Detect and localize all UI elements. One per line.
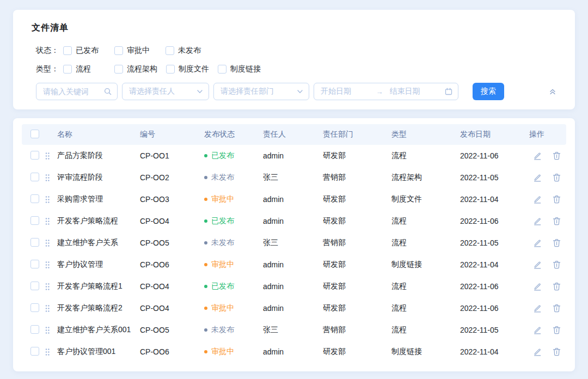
row-checkbox[interactable] [30, 151, 39, 160]
status-dot-icon [204, 285, 207, 288]
status-cell: 未发布 [204, 325, 263, 335]
checkbox[interactable] [114, 46, 123, 55]
edit-button[interactable] [533, 239, 542, 247]
doc-code: CP-OO5 [140, 239, 204, 247]
row-checkbox[interactable] [30, 325, 39, 334]
row-actions [529, 347, 566, 356]
column-header-code: 编号 [140, 130, 204, 139]
row-actions [529, 173, 566, 182]
checkbox[interactable] [114, 65, 123, 74]
calendar-icon [445, 88, 452, 95]
edit-button[interactable] [533, 195, 542, 204]
status-option-approving[interactable]: 审批中 [114, 46, 157, 56]
owner-select-placeholder: 请选择责任人 [129, 87, 197, 96]
row-checkbox[interactable] [30, 194, 39, 203]
doc-dept: 研发部 [323, 303, 391, 313]
trash-icon[interactable] [553, 195, 561, 204]
status-cell: 未发布 [204, 173, 263, 182]
trash-icon[interactable] [553, 282, 561, 291]
doc-type: 流程 [391, 282, 460, 291]
doc-dept: 研发部 [323, 347, 391, 357]
type-option-process[interactable]: 流程 [63, 64, 106, 74]
table-header: 名称 编号 发布状态 责任人 责任部门 类型 发布日期 操作 [22, 124, 566, 145]
checkbox[interactable] [166, 46, 174, 55]
drag-handle-icon[interactable] [45, 152, 57, 160]
status-badge: 审批中 [211, 347, 234, 357]
status-filter-row: 状态： 已发布 审批中 未发布 [36, 46, 561, 56]
doc-publish-date: 2022-11-04 [460, 347, 529, 356]
drag-handle-icon[interactable] [45, 304, 57, 313]
keyword-input[interactable] [43, 87, 104, 96]
row-checkbox[interactable] [30, 260, 39, 268]
drag-handle-icon[interactable] [45, 283, 57, 291]
checkbox[interactable] [218, 65, 226, 74]
type-option-policy-file[interactable]: 制度文件 [166, 64, 209, 74]
search-row: 请选择责任人 请选择责任部门 开始日期 → 结束日期 [36, 83, 561, 100]
trash-icon[interactable] [553, 217, 561, 225]
edit-button[interactable] [533, 347, 542, 356]
doc-owner: admin [263, 195, 323, 204]
edit-button[interactable] [533, 173, 542, 182]
checkbox-label: 审批中 [127, 46, 150, 56]
table-row: 采购需求管理 CP-OO3 审批中 admin 研发部 制度文件 2022-11… [22, 188, 566, 210]
table-row: 产品方案阶段 CP-OO1 已发布 admin 研发部 流程 2022-11-0… [22, 145, 566, 167]
trash-icon[interactable] [553, 326, 561, 334]
edit-button[interactable] [533, 260, 542, 269]
doc-publish-date: 2022-11-05 [460, 239, 529, 247]
type-option-policy-link[interactable]: 制度链接 [218, 64, 261, 74]
status-cell: 已发布 [204, 151, 263, 161]
edit-button[interactable] [533, 326, 542, 334]
drag-handle-icon[interactable] [45, 174, 57, 182]
trash-icon[interactable] [553, 347, 561, 356]
row-checkbox[interactable] [30, 347, 39, 356]
checkbox[interactable] [166, 65, 175, 74]
keyword-field[interactable] [36, 83, 118, 100]
edit-button[interactable] [533, 217, 542, 225]
trash-icon[interactable] [553, 239, 561, 247]
status-option-unpublished[interactable]: 未发布 [166, 46, 208, 56]
checkbox-label: 已发布 [76, 46, 99, 56]
select-all-checkbox[interactable] [30, 130, 39, 138]
status-dot-icon [204, 328, 207, 332]
table-row: 客户协议管理001 CP-OO6 审批中 admin 研发部 制度链接 2022… [22, 341, 566, 363]
row-checkbox[interactable] [30, 216, 39, 225]
trash-icon[interactable] [553, 304, 561, 313]
status-option-published[interactable]: 已发布 [63, 46, 106, 56]
search-button[interactable]: 搜索 [473, 83, 504, 100]
row-checkbox[interactable] [30, 303, 39, 312]
owner-select[interactable]: 请选择责任人 [122, 83, 209, 100]
doc-name: 开发客户策略流程2 [57, 303, 140, 313]
row-actions [529, 151, 566, 160]
trash-icon[interactable] [553, 260, 561, 269]
drag-handle-icon[interactable] [45, 239, 57, 247]
dept-select[interactable]: 请选择责任部门 [213, 83, 309, 100]
drag-handle-icon[interactable] [45, 326, 57, 334]
edit-button[interactable] [533, 304, 542, 313]
doc-dept: 研发部 [323, 282, 391, 291]
drag-handle-icon[interactable] [45, 217, 57, 225]
doc-owner: 张三 [263, 325, 323, 335]
row-checkbox[interactable] [30, 173, 39, 181]
status-dot-icon [204, 198, 207, 201]
doc-publish-date: 2022-11-06 [460, 304, 529, 313]
row-checkbox[interactable] [30, 282, 39, 290]
checkbox[interactable] [63, 46, 72, 55]
doc-dept: 营销部 [323, 238, 391, 248]
date-range-field[interactable]: 开始日期 → 结束日期 [314, 83, 458, 100]
checkbox[interactable] [63, 65, 72, 74]
doc-code: CP-OO2 [140, 173, 204, 182]
drag-handle-icon[interactable] [45, 195, 57, 204]
drag-handle-icon[interactable] [45, 261, 57, 269]
type-option-architecture[interactable]: 流程架构 [114, 64, 157, 74]
drag-handle-icon[interactable] [45, 348, 57, 356]
row-checkbox[interactable] [30, 238, 39, 247]
trash-icon[interactable] [553, 173, 561, 182]
edit-button[interactable] [533, 151, 542, 160]
table-row: 客户协议管理 CP-OO6 审批中 admin 研发部 制度链接 2022-11… [22, 254, 566, 276]
table-row: 评审流程阶段 CP-OO2 未发布 张三 营销部 流程架构 2022-11-05 [22, 167, 566, 188]
collapse-icon[interactable] [549, 88, 556, 95]
trash-icon[interactable] [553, 151, 561, 160]
status-cell: 未发布 [204, 238, 263, 248]
edit-button[interactable] [533, 282, 542, 291]
doc-code: CP-OO4 [140, 304, 204, 313]
